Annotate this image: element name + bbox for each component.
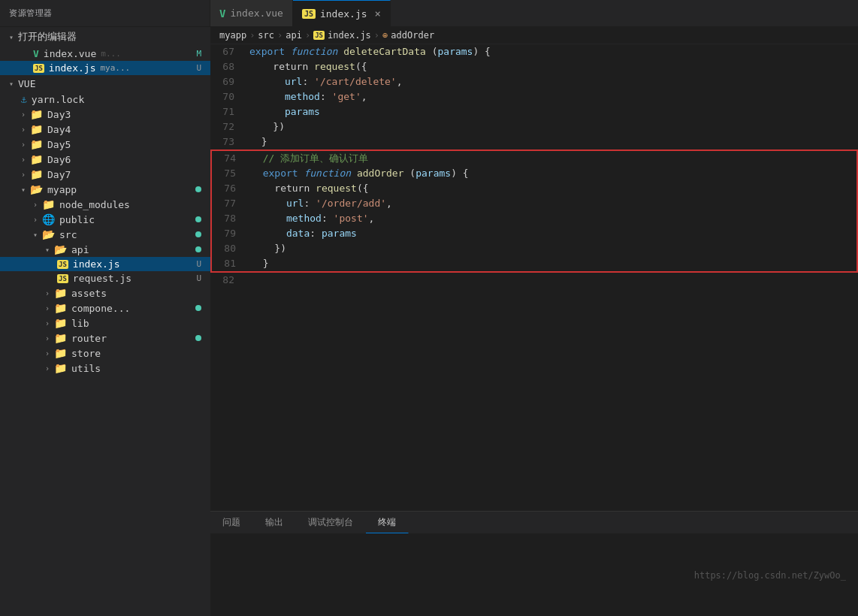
code-line-73: 73 } xyxy=(210,134,858,149)
line-number-72: 72 xyxy=(210,119,246,134)
tab-index-js[interactable]: JS index.js × xyxy=(293,0,391,26)
tab-output[interactable]: 输出 xyxy=(253,512,296,533)
folder-icon2: 📁 xyxy=(30,123,43,135)
line-number-71: 71 xyxy=(210,104,246,119)
dot-router xyxy=(195,335,201,341)
code-line-82: 82 xyxy=(210,273,858,288)
code-line-81: 81 } xyxy=(212,256,856,271)
open-editor-js[interactable]: JS index.js mya... U xyxy=(0,61,210,75)
chevron-api: ▾ xyxy=(45,246,50,254)
chevron-right-icon3: › xyxy=(21,140,26,149)
tab-close-icon[interactable]: × xyxy=(375,8,381,20)
tree-utils[interactable]: › 📁 utils xyxy=(0,361,210,376)
tab-label-vue: index.vue xyxy=(230,8,282,19)
bc-fn-icon: ⊕ xyxy=(382,30,388,41)
tab-debug-console[interactable]: 调试控制台 xyxy=(296,512,366,533)
sidebar-title: 资源管理器 xyxy=(9,8,53,19)
line-number-74: 74 xyxy=(212,151,248,166)
yarn-icon: ⚓ xyxy=(21,94,27,105)
line-number-70: 70 xyxy=(210,89,246,104)
vue-root-label[interactable]: ▾ VUE xyxy=(0,75,210,92)
dot-src xyxy=(195,231,201,237)
tab-bar: 资源管理器 V index.vue JS index.js × xyxy=(0,0,858,27)
open-editors-label[interactable]: ▾ 打开的编辑器 xyxy=(0,27,210,47)
breadcrumb-src: src xyxy=(258,30,274,41)
folder-icon3: 📁 xyxy=(30,138,43,150)
tree-myapp[interactable]: ▾ 📂 myapp xyxy=(0,182,210,197)
vue-icon: V xyxy=(219,8,225,20)
line-number-75: 75 xyxy=(212,166,248,181)
chevron-comp: › xyxy=(45,304,50,313)
chevron-utils: › xyxy=(45,364,50,373)
open-editor-vue[interactable]: V index.vue m... M xyxy=(0,47,210,61)
code-content-73: } xyxy=(246,134,858,149)
tree-public[interactable]: › 🌐 public xyxy=(0,212,210,227)
watermark: https://blog.csdn.net/ZywOo_ xyxy=(694,570,846,581)
code-line-74: 74 // 添加订单、确认订单 xyxy=(212,151,856,166)
chevron-right-icon: › xyxy=(21,110,26,119)
folder-assets: 📁 xyxy=(54,287,67,299)
code-content-71: params xyxy=(246,104,858,119)
line-number-82: 82 xyxy=(210,273,246,288)
line-number-73: 73 xyxy=(210,134,246,149)
bc-sep2: › xyxy=(277,30,282,41)
tab-terminal[interactable]: 终端 xyxy=(366,512,409,533)
folder-lib: 📁 xyxy=(54,317,67,329)
tree-lib[interactable]: › 📁 lib xyxy=(0,316,210,331)
code-line-75: 75 export function addOrder (params) { xyxy=(212,166,856,181)
tree-router[interactable]: › 📁 router xyxy=(0,331,210,346)
vue-file-icon: V xyxy=(33,48,39,59)
editor-pane: myapp › src › api › JS index.js › ⊕ addO… xyxy=(210,27,858,616)
code-line-68: 68 return request({ xyxy=(210,59,858,74)
folder-comp: 📁 xyxy=(54,302,67,314)
code-line-78: 78 method: 'post', xyxy=(212,211,856,226)
tree-index-js[interactable]: JS index.js U xyxy=(0,257,210,271)
bc-sep1: › xyxy=(249,30,255,41)
dot-api xyxy=(195,246,201,252)
line-number-76: 76 xyxy=(212,181,248,196)
tree-day5[interactable]: › 📁 Day5 xyxy=(0,137,210,152)
open-editors-section: ▾ 打开的编辑器 V index.vue m... M JS index.js … xyxy=(0,27,210,75)
vue-root-section: ▾ VUE xyxy=(0,75,210,92)
line-number-69: 69 xyxy=(210,74,246,89)
breadcrumb-indexjs: index.js xyxy=(328,30,371,41)
bottom-panel: 问题 输出 调试控制台 终端 https://blog.csdn.net/Zyw… xyxy=(210,511,858,616)
folder-icon5: 📁 xyxy=(30,168,43,180)
code-line-79: 79 data: params xyxy=(212,226,856,241)
tab-label-js: index.js xyxy=(320,8,367,20)
tree-yarn[interactable]: ⚓ yarn.lock xyxy=(0,92,210,107)
code-content-72: }) xyxy=(246,119,858,134)
tree-src[interactable]: ▾ 📂 src xyxy=(0,227,210,242)
js-file-icon-open: JS xyxy=(33,64,44,73)
tree-day7[interactable]: › 📁 Day7 xyxy=(0,167,210,182)
folder-public: 🌐 xyxy=(42,213,55,225)
code-content-68: return request({ xyxy=(246,59,858,74)
folder-store: 📁 xyxy=(54,347,67,359)
tree-store[interactable]: › 📁 store xyxy=(0,346,210,361)
tree-api[interactable]: ▾ 📂 api xyxy=(0,242,210,257)
folder-node: 📁 xyxy=(42,198,55,210)
tree-request-js[interactable]: JS request.js U xyxy=(0,271,210,285)
folder-api: 📂 xyxy=(54,243,67,255)
dot-myapp xyxy=(195,186,201,192)
line-number-81: 81 xyxy=(212,256,248,271)
dot-comp xyxy=(195,305,201,311)
tree-day4[interactable]: › 📁 Day4 xyxy=(0,122,210,137)
tab-index-vue[interactable]: V index.vue xyxy=(210,0,293,26)
bc-js-icon: JS xyxy=(313,31,325,40)
bottom-tabs: 问题 输出 调试控制台 终端 xyxy=(210,512,858,534)
tree-day3[interactable]: › 📁 Day3 xyxy=(0,107,210,122)
code-line-80: 80 }) xyxy=(212,241,856,256)
code-editor[interactable]: 67 export function deleteCartData (param… xyxy=(210,44,858,511)
chevron-router: › xyxy=(45,334,50,343)
tree-node-modules[interactable]: › 📁 node_modules xyxy=(0,197,210,212)
tree-day6[interactable]: › 📁 Day6 xyxy=(0,152,210,167)
tab-problems[interactable]: 问题 xyxy=(210,512,253,533)
tree-assets[interactable]: › 📁 assets xyxy=(0,285,210,300)
tree-components[interactable]: › 📁 compone... xyxy=(0,300,210,316)
code-content-74: // 添加订单、确认订单 xyxy=(248,151,856,166)
chevron-store: › xyxy=(45,349,50,358)
line-number-67: 67 xyxy=(210,44,246,59)
code-line-76: 76 return request({ xyxy=(212,181,856,196)
folder-src: 📂 xyxy=(42,228,55,240)
